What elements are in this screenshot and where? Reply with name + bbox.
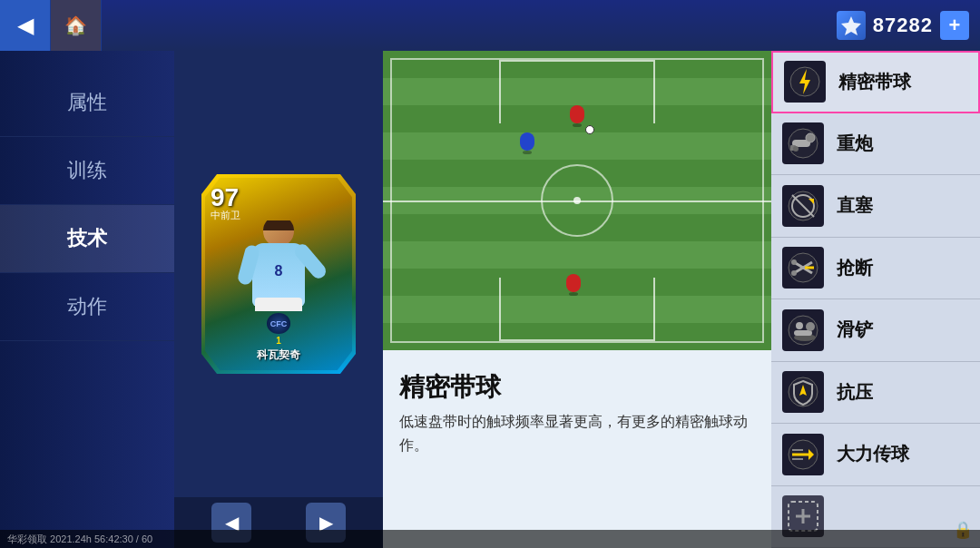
skill-preview-video (383, 51, 771, 350)
top-bar: ◀ 🏠 87282 + (0, 0, 980, 51)
svg-point-14 (791, 259, 797, 265)
back-button[interactable]: ◀ (0, 0, 51, 51)
sidebar-item-skills[interactable]: 技术 (0, 205, 174, 273)
field-player-blue (519, 132, 535, 154)
home-icon: 🏠 (64, 15, 87, 36)
svg-point-13 (791, 270, 797, 276)
skill-label-jingmi: 精密带球 (838, 70, 911, 94)
skill-icon-zhisai (782, 185, 824, 227)
main-content: 精密带球 低速盘带时的触球频率显著更高，有更多的精密触球动作。 (383, 51, 771, 548)
skill-info: 精密带球 低速盘带时的触球频率显著更高，有更多的精密触球动作。 (383, 350, 771, 456)
field-background (383, 51, 771, 350)
player-card: 97 中前卫 8 (201, 174, 356, 374)
skills-panel: 精密带球 重炮 直塞 (771, 51, 980, 548)
skill-item-zhongpao[interactable]: 重炮 (771, 113, 980, 175)
svg-rect-18 (794, 330, 812, 336)
card-inner: 97 中前卫 8 (205, 178, 352, 370)
skill-item-kangya[interactable]: 抗压 (771, 362, 980, 424)
card-number: 1 (276, 336, 281, 346)
field-player-bottom (565, 274, 582, 296)
card-position: 中前卫 (211, 210, 240, 220)
skill-item-jingmi-daiqiu[interactable]: 精密带球 (771, 51, 980, 113)
field-player-red (569, 105, 585, 127)
back-icon: ◀ (17, 13, 34, 38)
player-card-area: 97 中前卫 8 (174, 51, 383, 497)
skill-item-zhisai[interactable]: 直塞 (771, 175, 980, 237)
left-sidebar: 属性 训练 技术 动作 (0, 51, 174, 548)
skill-icon-jingmi (784, 61, 826, 103)
sidebar-item-training[interactable]: 训练 (0, 137, 174, 205)
svg-point-19 (806, 322, 815, 331)
skill-item-qiangduan[interactable]: 抢断 (771, 238, 980, 299)
skill-label-kangya: 抗压 (837, 380, 873, 405)
status-bar: 华彩领取 2021.24h 56:42:30 / 60 (0, 530, 980, 548)
skill-item-huachan[interactable]: 滑铲 (771, 299, 980, 361)
card-background: 97 中前卫 8 (201, 174, 356, 374)
skill-label-zhisai: 直塞 (837, 193, 873, 218)
svg-marker-0 (841, 16, 861, 35)
add-currency-button[interactable]: + (940, 11, 969, 40)
sidebar-item-actions[interactable]: 动作 (0, 273, 174, 341)
svg-point-7 (793, 146, 799, 152)
currency-amount: 87282 (873, 14, 933, 37)
skill-icon-kangya (782, 371, 824, 413)
sidebar-menu: 属性 训练 技术 动作 (0, 69, 174, 341)
currency-area: 87282 + (837, 11, 980, 40)
home-button[interactable]: 🏠 (51, 0, 102, 51)
skill-item-dalichuanqiu[interactable]: 大力传球 (771, 424, 980, 485)
skill-label-dalichuanqiu: 大力传球 (837, 442, 909, 466)
skill-icon-huachan (782, 309, 824, 351)
skill-label-huachan: 滑铲 (837, 318, 873, 342)
skill-description: 低速盘带时的触球频率显著更高，有更多的精密触球动作。 (383, 410, 771, 456)
currency-icon (837, 11, 866, 40)
skill-icon-zhongpao (782, 122, 824, 164)
status-text: 华彩领取 2021.24h 56:42:30 / 60 (7, 533, 152, 546)
skill-label-qiangduan: 抢断 (837, 256, 873, 280)
card-name: 科瓦契奇 (257, 347, 300, 363)
svg-point-5 (806, 133, 815, 142)
skill-label-zhongpao: 重炮 (837, 132, 873, 156)
svg-point-20 (796, 322, 803, 329)
sidebar-item-attributes[interactable]: 属性 (0, 69, 174, 137)
skill-icon-qiangduan (782, 247, 824, 289)
skill-icon-dalichuanqiu (782, 434, 824, 475)
card-rating: 97 (211, 185, 239, 210)
skill-name-title: 精密带球 (383, 359, 771, 410)
